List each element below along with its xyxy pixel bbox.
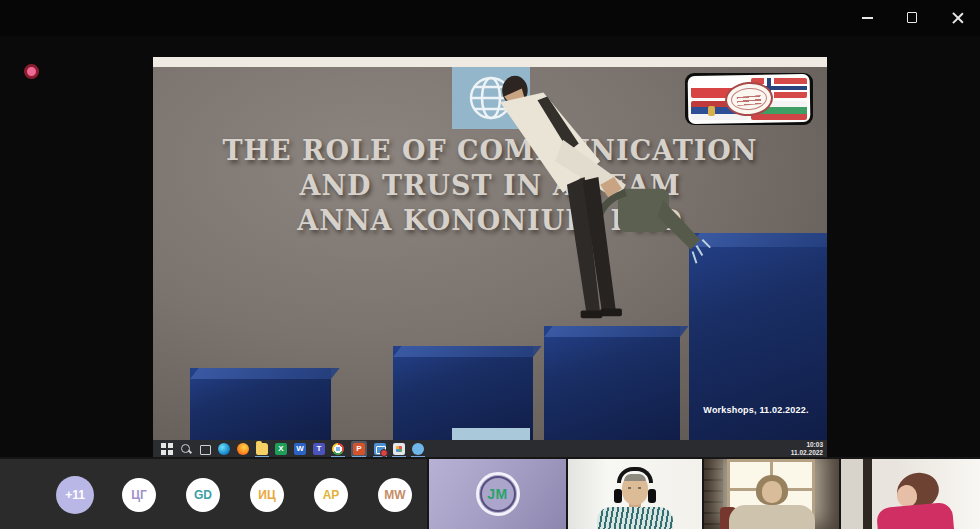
taskbar-clock: 10:03 11.02.2022 [791, 441, 823, 456]
presenter-taskbar: 10:03 11.02.2022 [153, 440, 827, 457]
maximize-button[interactable] [890, 0, 935, 36]
participant-avatar[interactable]: GD [186, 478, 220, 512]
man-watering-illustration [448, 67, 733, 332]
participant-avatar[interactable]: ЦГ [122, 478, 156, 512]
minimize-icon [862, 17, 873, 19]
minimize-button[interactable] [845, 0, 890, 36]
participant-video-man-headphones[interactable] [568, 459, 702, 529]
word-icon [294, 443, 306, 455]
clock-time: 10:03 [791, 441, 823, 449]
overflow-participants-badge[interactable]: +11 [56, 476, 94, 514]
mail-notification-icon [374, 443, 386, 455]
close-button[interactable] [935, 0, 980, 36]
edge-browser-icon [218, 443, 230, 455]
maximize-icon [907, 12, 917, 23]
participant-avatar[interactable]: ИЦ [250, 478, 284, 512]
participants-strip: +11 ЦГ GD ИЦ AP MW JM [0, 457, 980, 529]
participant-video-woman-window[interactable] [704, 459, 839, 529]
initials-avatar: JM [476, 472, 520, 516]
slide-top-strip [153, 57, 827, 67]
file-explorer-icon [256, 443, 268, 455]
meeting-stage: THE ROLE OF COMMUNICATION AND TRUST IN A… [0, 36, 980, 457]
close-icon [952, 12, 963, 23]
participant-avatar[interactable]: MW [378, 478, 412, 512]
avatar-zone: +11 ЦГ GD ИЦ AP MW [0, 459, 427, 529]
slide-accent-bar [452, 428, 530, 440]
participant-tile-initials[interactable]: JM [429, 459, 566, 529]
participant-video-woman-pink[interactable] [841, 459, 980, 529]
slide-footer-note: Workshops, 11.02.2022. [689, 405, 823, 415]
window-titlebar [0, 0, 980, 36]
powerpoint-icon [353, 443, 365, 455]
firefox-browser-icon [237, 443, 249, 455]
shared-screen-slide: THE ROLE OF COMMUNICATION AND TRUST IN A… [153, 57, 827, 440]
task-view-icon [199, 443, 211, 455]
recording-indicator-icon [24, 64, 39, 79]
search-icon [180, 443, 192, 455]
spotlight-initials: JM [487, 486, 507, 502]
powerpoint-active-highlight [351, 441, 367, 457]
blue-cube-small [190, 368, 331, 440]
clock-date: 11.02.2022 [791, 449, 823, 457]
teams-icon [313, 443, 325, 455]
chrome-browser-icon [332, 443, 344, 455]
blue-cube-medium [393, 346, 533, 440]
excel-icon [275, 443, 287, 455]
windows-start-icon [161, 443, 173, 455]
window-controls [845, 0, 980, 36]
blue-cube-large [544, 326, 680, 440]
skype-icon [412, 443, 424, 455]
participant-avatar[interactable]: AP [314, 478, 348, 512]
photos-app-icon [393, 443, 405, 455]
